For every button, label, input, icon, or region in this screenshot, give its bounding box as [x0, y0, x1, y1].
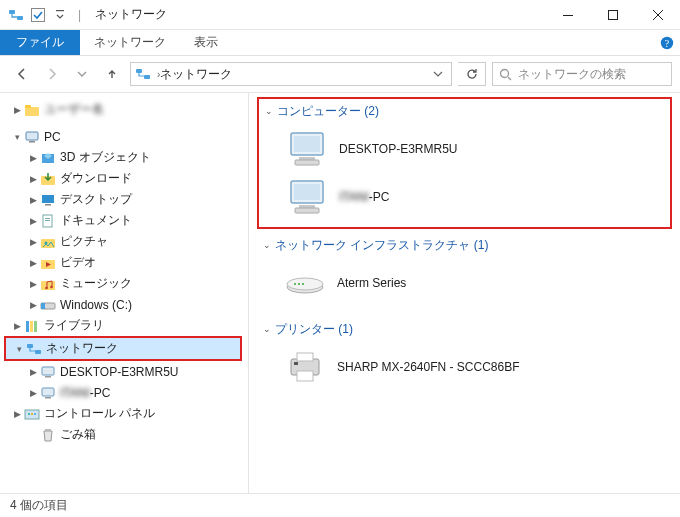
tab-network[interactable]: ネットワーク: [80, 30, 180, 55]
computer-item[interactable]: DESKTOP-E3RMR5U: [285, 125, 668, 173]
network-icon: [8, 7, 24, 23]
tree-videos[interactable]: ▶ビデオ: [4, 252, 248, 273]
pictures-icon: [40, 234, 56, 250]
qat-dropdown-icon[interactable]: [52, 7, 68, 23]
tree-recycle-bin[interactable]: ▶ ごみ箱: [4, 424, 248, 445]
svg-point-43: [31, 413, 33, 415]
help-icon[interactable]: ?: [654, 30, 680, 55]
documents-icon: [40, 213, 56, 229]
up-button[interactable]: [100, 62, 124, 86]
chevron-right-icon[interactable]: ▶: [26, 153, 40, 163]
breadcrumb[interactable]: ネットワーク: [160, 66, 232, 83]
search-placeholder: ネットワークの検索: [518, 66, 626, 83]
back-button[interactable]: [10, 62, 34, 86]
address-bar[interactable]: › ネットワーク: [130, 62, 452, 86]
recent-locations-button[interactable]: [70, 62, 94, 86]
tree-documents[interactable]: ▶ドキュメント: [4, 210, 248, 231]
svg-rect-5: [608, 10, 617, 19]
recycle-bin-icon: [40, 427, 56, 443]
tab-view[interactable]: 表示: [180, 30, 232, 55]
window-controls: [545, 0, 680, 30]
chevron-down-icon: ⌄: [263, 240, 271, 250]
minimize-button[interactable]: [545, 0, 590, 30]
svg-point-57: [298, 283, 300, 285]
close-button[interactable]: [635, 0, 680, 30]
tree-network[interactable]: ▾ ネットワーク: [6, 338, 240, 359]
computer-item[interactable]: ITANI-PC: [285, 173, 668, 221]
chevron-right-icon[interactable]: ▶: [10, 321, 24, 331]
svg-rect-31: [41, 303, 45, 309]
svg-rect-21: [45, 218, 50, 219]
ribbon-tabs: ファイル ネットワーク 表示 ?: [0, 30, 680, 56]
router-item[interactable]: Aterm Series: [283, 259, 670, 307]
svg-point-44: [34, 413, 36, 415]
group-infrastructure: ⌄ ネットワーク インフラストラクチャ (1) Aterm Series: [259, 235, 670, 309]
group-header-infrastructure[interactable]: ⌄ ネットワーク インフラストラクチャ (1): [259, 235, 670, 255]
printer-item[interactable]: SHARP MX-2640FN - SCCC86BF: [283, 343, 670, 391]
tree-network-pc1[interactable]: ▶DESKTOP-E3RMR5U: [4, 361, 248, 382]
address-dropdown-icon[interactable]: [429, 69, 447, 79]
user-folder-icon: [24, 102, 40, 118]
svg-rect-18: [42, 195, 54, 203]
tree-control-panel[interactable]: ▶ コントロール パネル: [4, 403, 248, 424]
tree-user[interactable]: ▶ ユーザー名: [4, 99, 248, 120]
refresh-button[interactable]: [458, 62, 486, 86]
svg-rect-27: [41, 281, 55, 290]
svg-rect-3: [56, 10, 64, 11]
tree-music[interactable]: ▶ミュージック: [4, 273, 248, 294]
chevron-right-icon[interactable]: ▶: [26, 174, 40, 184]
svg-point-28: [45, 286, 48, 289]
file-tab[interactable]: ファイル: [0, 30, 80, 55]
libraries-icon: [24, 318, 40, 334]
tree-label: ドキュメント: [60, 212, 132, 229]
chevron-down-icon[interactable]: ▾: [10, 132, 24, 142]
control-panel-icon: [24, 406, 40, 422]
chevron-right-icon[interactable]: ▶: [26, 195, 40, 205]
svg-rect-12: [25, 105, 31, 108]
chevron-right-icon[interactable]: ▶: [26, 216, 40, 226]
chevron-right-icon[interactable]: ▶: [26, 300, 40, 310]
item-label: DESKTOP-E3RMR5U: [339, 142, 457, 156]
forward-button[interactable]: [40, 62, 64, 86]
tree-pictures[interactable]: ▶ピクチャ: [4, 231, 248, 252]
maximize-button[interactable]: [590, 0, 635, 30]
chevron-right-icon[interactable]: ▶: [26, 279, 40, 289]
window-title: ネットワーク: [91, 6, 167, 23]
group-label: プリンター (1): [275, 321, 353, 338]
tree-3d-objects[interactable]: ▶3D オブジェクト: [4, 147, 248, 168]
group-header-printers[interactable]: ⌄ プリンター (1): [259, 319, 670, 339]
tree-label: 3D オブジェクト: [60, 149, 151, 166]
tree-drive-c[interactable]: ▶Windows (C:): [4, 294, 248, 315]
network-icon: [135, 66, 151, 82]
chevron-right-icon[interactable]: ▶: [26, 258, 40, 268]
group-header-computers[interactable]: ⌄ コンピューター (2): [261, 101, 668, 121]
tree-pc[interactable]: ▾ PC: [4, 126, 248, 147]
svg-point-55: [287, 278, 323, 290]
tree-downloads[interactable]: ▶ダウンロード: [4, 168, 248, 189]
tree-libraries[interactable]: ▶ ライブラリ: [4, 315, 248, 336]
tree-desktop[interactable]: ▶デスクトップ: [4, 189, 248, 210]
content-pane: ⌄ コンピューター (2) DESKTOP-E3RMR5U ITANI-PC: [249, 93, 680, 493]
tree-label: ネットワーク: [46, 340, 118, 357]
svg-rect-38: [45, 376, 51, 378]
chevron-right-icon[interactable]: ▶: [26, 237, 40, 247]
svg-rect-19: [45, 204, 51, 206]
navigation-pane: ▶ ユーザー名 ▾ PC ▶3D オブジェクト ▶ダウンロード ▶デスクトップ …: [0, 93, 249, 493]
chevron-right-icon[interactable]: ▶: [26, 388, 40, 398]
chevron-right-icon[interactable]: ▶: [10, 409, 24, 419]
svg-rect-40: [45, 397, 51, 399]
svg-rect-2: [32, 8, 45, 21]
svg-rect-61: [297, 371, 313, 381]
computer-icon: [40, 385, 56, 401]
chevron-down-icon[interactable]: ▾: [12, 344, 26, 354]
router-icon: [283, 263, 327, 303]
search-input[interactable]: ネットワークの検索: [492, 62, 672, 86]
chevron-right-icon[interactable]: ▶: [26, 367, 40, 377]
tree-network-pc2[interactable]: ▶ITANI-PC: [4, 382, 248, 403]
status-bar: 4 個の項目: [0, 493, 680, 517]
svg-rect-51: [294, 184, 320, 200]
checkbox-icon[interactable]: [30, 7, 46, 23]
computer-icon: [285, 177, 329, 217]
chevron-right-icon[interactable]: ▶: [10, 105, 24, 115]
title-separator: |: [78, 8, 81, 22]
